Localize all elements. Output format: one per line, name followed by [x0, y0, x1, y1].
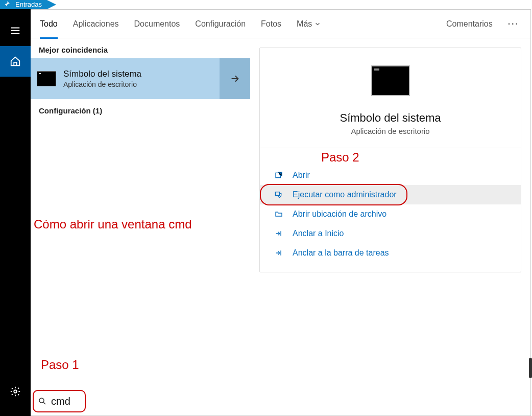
action-list: Abrir Ejecutar como administrador A: [260, 163, 521, 266]
tab-label: Fotos: [261, 19, 281, 29]
folder-icon: [274, 210, 283, 219]
browser-tab-label: Entradas: [15, 0, 42, 9]
tab-aplicaciones[interactable]: Aplicaciones: [73, 10, 119, 38]
cmd-thumb-icon: [37, 71, 56, 86]
detail-subtitle: Aplicación de escritorio: [351, 127, 429, 135]
annotation-step1: Paso 1: [41, 358, 79, 372]
action-label: Abrir ubicación de archivo: [293, 210, 386, 219]
scrollbar-thumb[interactable]: [529, 358, 532, 378]
pin-icon: [3, 1, 10, 8]
hamburger-button[interactable]: [0, 15, 31, 46]
detail-title: Símbolo del sistema: [340, 111, 441, 125]
tab-configuracion[interactable]: Configuración: [195, 10, 246, 38]
tab-label: Configuración: [195, 19, 246, 29]
best-match-expand-button[interactable]: [220, 58, 250, 99]
tab-mas[interactable]: Más: [297, 10, 321, 38]
svg-rect-3: [275, 192, 279, 196]
open-icon: [274, 171, 283, 180]
search-input[interactable]: [51, 396, 82, 407]
action-pin-taskbar[interactable]: Anclar a la barra de tareas: [260, 243, 521, 263]
cmd-large-icon: [371, 65, 410, 96]
action-open-location[interactable]: Abrir ubicación de archivo: [260, 204, 521, 224]
action-label: Anclar a la barra de tareas: [293, 248, 389, 258]
menu-icon: [10, 25, 21, 36]
best-match-item[interactable]: Símbolo del sistema Aplicación de escrit…: [31, 58, 250, 99]
home-icon: [10, 56, 21, 67]
annotation-howto: Cómo abrir una ventana cmd: [34, 217, 192, 232]
tab-todo[interactable]: Todo: [40, 10, 58, 38]
search-icon: [38, 397, 47, 406]
action-label: Ejecutar como administrador: [293, 190, 397, 199]
svg-point-1: [39, 398, 44, 403]
tab-label: Documentos: [134, 19, 180, 29]
configuracion-group-header[interactable]: Configuración (1): [31, 99, 250, 122]
action-label: Anclar a Inicio: [293, 229, 344, 238]
best-match-title: Símbolo del sistema: [63, 69, 141, 79]
pin-start-icon: [274, 229, 283, 238]
results-column: Mejor coincidencia Símbolo del sistema A…: [31, 38, 250, 415]
best-match-subtitle: Aplicación de escritorio: [63, 80, 141, 88]
action-run-as-admin[interactable]: Ejecutar como administrador: [260, 185, 521, 204]
search-body: Mejor coincidencia Símbolo del sistema A…: [31, 38, 530, 415]
svg-point-0: [14, 390, 17, 393]
action-pin-start[interactable]: Anclar a Inicio: [260, 224, 521, 243]
settings-button[interactable]: [0, 376, 31, 407]
start-left-rail: [0, 9, 31, 416]
tab-label: Más: [297, 19, 312, 29]
tab-label: Aplicaciones: [73, 19, 119, 29]
tab-fotos[interactable]: Fotos: [261, 10, 281, 38]
home-button[interactable]: [0, 46, 31, 77]
taskbar-search-box[interactable]: [33, 390, 86, 412]
tab-label: Todo: [40, 19, 58, 29]
gear-icon: [10, 386, 21, 397]
detail-card: Símbolo del sistema Aplicación de escrit…: [259, 48, 521, 272]
action-open[interactable]: Abrir: [260, 166, 521, 185]
action-label: Abrir: [293, 171, 310, 180]
arrow-right-icon: [229, 73, 240, 84]
search-panel: Todo Aplicaciones Documentos Configuraci…: [31, 9, 531, 416]
browser-tab[interactable]: Entradas: [0, 0, 47, 9]
best-match-header: Mejor coincidencia: [31, 38, 250, 58]
pin-taskbar-icon: [274, 248, 283, 258]
tab-documentos[interactable]: Documentos: [134, 10, 180, 38]
search-filters: Todo Aplicaciones Documentos Configuraci…: [31, 10, 530, 38]
detail-column: Símbolo del sistema Aplicación de escrit…: [250, 38, 530, 415]
shield-icon: [274, 190, 283, 199]
chevron-down-icon: [314, 20, 321, 28]
comments-label: Comentarios: [446, 19, 493, 28]
comments-link[interactable]: Comentarios: [446, 19, 493, 29]
annotation-step2: Paso 2: [321, 150, 532, 165]
more-menu-button[interactable]: ···: [508, 19, 521, 29]
